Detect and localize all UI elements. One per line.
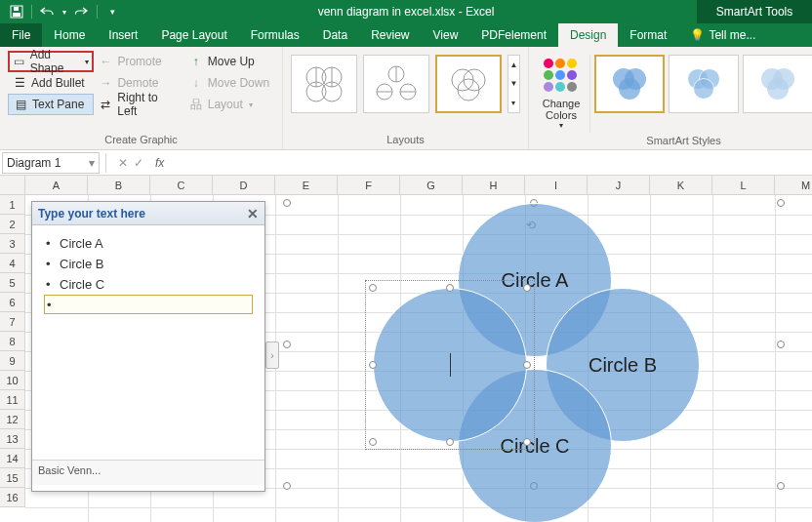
row-header[interactable]: 4 — [0, 254, 25, 273]
textpane-item[interactable]: Circle A — [44, 233, 253, 254]
column-header[interactable]: H — [463, 176, 525, 195]
tab-page-layout[interactable]: Page Layout — [149, 23, 238, 47]
textpane-icon: ▤ — [13, 97, 28, 112]
dropdown-icon[interactable]: ▾ — [89, 156, 95, 170]
resize-handle[interactable] — [777, 199, 785, 207]
row-header[interactable]: 7 — [0, 312, 25, 332]
lightbulb-icon: 💡 — [690, 28, 705, 42]
smartart-object[interactable]: ⟲ Circle A Circle B Circle C — [287, 203, 781, 486]
tellme-label: Tell me... — [709, 28, 755, 42]
move-up-button[interactable]: ↑Move Up — [184, 51, 274, 72]
column-header[interactable]: G — [400, 176, 463, 195]
layouts-more-button[interactable]: ▲▼▾ — [508, 55, 520, 113]
tab-insert[interactable]: Insert — [97, 23, 149, 47]
tab-tellme[interactable]: 💡Tell me... — [678, 23, 767, 47]
tab-home[interactable]: Home — [42, 23, 97, 47]
resize-handle[interactable] — [446, 284, 454, 292]
resize-handle[interactable] — [369, 361, 377, 369]
cancel-icon[interactable]: ✕ — [118, 156, 128, 170]
bullet-icon: ☰ — [12, 75, 27, 91]
column-header[interactable]: M — [775, 176, 812, 195]
group-smartart-styles: Change Colors ▾ ▲▼▾ SmartArt Styles — [529, 47, 812, 149]
resize-handle[interactable] — [446, 438, 454, 446]
group-label-create-graphic: Create Graphic — [8, 132, 274, 149]
resize-handle[interactable] — [283, 341, 291, 348]
textpane-collapse-handle[interactable]: › — [265, 341, 279, 369]
row-header[interactable]: 1 — [0, 195, 25, 215]
style-option-3[interactable] — [743, 55, 812, 113]
textpane-body[interactable]: Circle A Circle B Circle C — [32, 225, 264, 460]
textpane-header[interactable]: Type your text here ✕ — [32, 202, 264, 225]
qat-customize-icon[interactable]: ▾ — [102, 2, 123, 21]
column-header[interactable]: A — [25, 176, 88, 195]
tab-format[interactable]: Format — [618, 23, 678, 47]
row-header[interactable]: 14 — [0, 449, 25, 468]
select-all-corner[interactable] — [0, 176, 25, 195]
textpane-item-active[interactable] — [44, 295, 253, 314]
add-shape-button[interactable]: ▭ Add Shape ▾ — [8, 51, 94, 72]
row-header[interactable]: 13 — [0, 429, 25, 449]
svg-point-17 — [458, 79, 479, 100]
tab-pdfelement[interactable]: PDFelement — [469, 23, 558, 47]
text-pane-button[interactable]: ▤ Text Pane — [8, 94, 94, 115]
textpane-item[interactable]: Circle B — [44, 254, 253, 274]
textpane-item[interactable]: Circle C — [44, 274, 253, 295]
column-header[interactable]: I — [525, 176, 588, 195]
column-header[interactable]: J — [588, 176, 650, 195]
rtl-button[interactable]: ⇄Right to Left — [94, 94, 183, 115]
formula-input[interactable] — [164, 152, 812, 174]
resize-handle[interactable] — [777, 341, 785, 348]
undo-icon[interactable] — [36, 2, 58, 21]
resize-handle[interactable] — [523, 284, 531, 292]
svg-point-15 — [452, 69, 473, 91]
add-bullet-label: Add Bullet — [31, 76, 85, 90]
resize-handle[interactable] — [369, 284, 377, 292]
row-header[interactable]: 5 — [0, 273, 25, 293]
close-icon[interactable]: ✕ — [247, 206, 259, 221]
smartart-text-pane: Type your text here ✕ Circle A Circle B … — [31, 201, 265, 492]
row-header[interactable]: 12 — [0, 410, 25, 429]
tab-file[interactable]: File — [0, 23, 42, 47]
column-header[interactable]: D — [213, 176, 275, 195]
style-option-1-selected[interactable] — [594, 55, 665, 113]
column-header[interactable]: K — [650, 176, 712, 195]
resize-handle[interactable] — [523, 361, 531, 369]
row-header[interactable]: 15 — [0, 468, 25, 488]
resize-handle[interactable] — [777, 482, 785, 490]
layout-option-2[interactable] — [363, 55, 429, 113]
tab-formulas[interactable]: Formulas — [239, 23, 311, 47]
layout-option-1[interactable] — [291, 55, 357, 113]
column-header[interactable]: B — [88, 176, 150, 195]
save-icon[interactable] — [6, 2, 27, 21]
layout-option-3-selected[interactable] — [435, 55, 502, 113]
column-header[interactable]: L — [712, 176, 775, 195]
tab-data[interactable]: Data — [311, 23, 359, 47]
row-header[interactable]: 11 — [0, 390, 25, 410]
row-header[interactable]: 10 — [0, 371, 25, 390]
move-down-button: ↓Move Down — [184, 72, 274, 94]
row-header[interactable]: 6 — [0, 293, 25, 312]
resize-handle[interactable] — [369, 438, 377, 446]
style-option-2[interactable] — [669, 55, 739, 113]
row-header[interactable]: 16 — [0, 488, 25, 507]
resize-handle[interactable] — [283, 482, 291, 490]
add-bullet-button[interactable]: ☰ Add Bullet — [8, 72, 94, 94]
undo-dropdown-icon[interactable]: ▾ — [60, 2, 69, 21]
accept-icon[interactable]: ✓ — [134, 156, 143, 170]
row-header[interactable]: 9 — [0, 351, 25, 371]
resize-handle[interactable] — [523, 438, 531, 446]
resize-handle[interactable] — [283, 199, 291, 207]
row-header[interactable]: 8 — [0, 332, 25, 351]
row-header[interactable]: 3 — [0, 234, 25, 254]
tab-view[interactable]: View — [422, 23, 470, 47]
column-header[interactable]: E — [275, 176, 338, 195]
redo-icon[interactable] — [71, 2, 93, 21]
textpane-footer[interactable]: Basic Venn... — [32, 460, 264, 485]
tab-review[interactable]: Review — [359, 23, 421, 47]
change-colors-button[interactable]: Change Colors ▾ — [537, 55, 586, 130]
column-header[interactable]: F — [338, 176, 400, 195]
row-header[interactable]: 2 — [0, 215, 25, 234]
name-box[interactable]: Diagram 1 ▾ — [2, 152, 100, 174]
column-header[interactable]: C — [150, 176, 213, 195]
tab-design[interactable]: Design — [558, 23, 618, 47]
